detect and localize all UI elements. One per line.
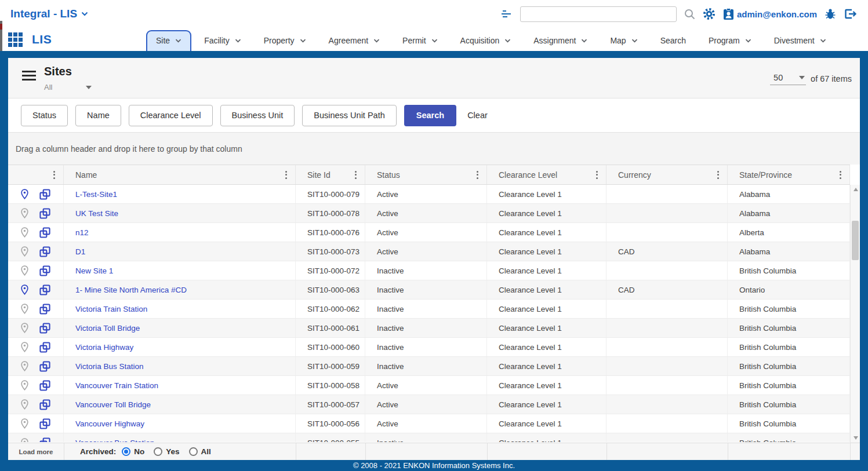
filter-field-button-business-unit[interactable]: Business Unit xyxy=(220,105,295,126)
site-link[interactable]: Victoria Bus Station xyxy=(75,362,144,371)
map-pin-icon[interactable] xyxy=(20,284,30,295)
copy-site-icon[interactable] xyxy=(39,246,50,257)
nav-tab-site[interactable]: Site xyxy=(146,30,191,51)
scrollbar-thumb[interactable] xyxy=(852,221,859,260)
vertical-scrollbar[interactable] xyxy=(850,185,860,443)
archived-radio-yes[interactable]: Yes xyxy=(154,447,179,456)
map-pin-icon[interactable] xyxy=(20,399,30,410)
search-button[interactable]: Search xyxy=(404,105,456,126)
site-link[interactable]: 1- Mine Site North America #CD xyxy=(75,286,187,294)
column-menu-icon[interactable] xyxy=(473,169,482,181)
site-link[interactable]: Vancouver Toll Bridge xyxy=(75,400,151,409)
load-more-button[interactable]: Load more xyxy=(8,448,64,455)
copy-site-icon[interactable] xyxy=(39,380,50,391)
filter-field-button-clearance-level[interactable]: Clearance Level xyxy=(129,105,213,126)
scope-dropdown[interactable]: All xyxy=(44,83,92,92)
radio-icon xyxy=(122,447,130,456)
filter-field-button-status[interactable]: Status xyxy=(21,105,68,126)
copy-site-icon[interactable] xyxy=(39,304,50,315)
clear-button[interactable]: Clear xyxy=(464,111,491,120)
site-link[interactable]: n12 xyxy=(75,228,89,237)
column-menu-icon[interactable] xyxy=(593,169,601,181)
map-pin-icon[interactable] xyxy=(20,207,30,219)
copy-site-icon[interactable] xyxy=(39,284,50,295)
search-icon[interactable] xyxy=(684,9,695,20)
site-link[interactable]: New Site 1 xyxy=(75,266,113,275)
column-header-state-province[interactable]: State/Province xyxy=(728,165,850,184)
copy-site-icon[interactable] xyxy=(39,189,50,200)
site-link[interactable]: Vancouver Train Station xyxy=(75,381,158,390)
archived-radio-all[interactable]: All xyxy=(189,447,211,456)
map-pin-icon[interactable] xyxy=(20,227,30,238)
nav-tab-program[interactable]: Program xyxy=(699,31,761,51)
page-size-dropdown[interactable]: 50 xyxy=(770,72,806,85)
site-link[interactable]: L-Test-Site1 xyxy=(75,190,117,199)
copy-site-icon[interactable] xyxy=(39,437,50,442)
group-by-bar[interactable]: Drag a column header and drop it here to… xyxy=(8,132,860,165)
user-account[interactable]: admin@enkon.com xyxy=(723,8,817,20)
site-link[interactable]: D1 xyxy=(75,247,85,256)
map-pin-icon[interactable] xyxy=(20,265,30,276)
menu-icon[interactable] xyxy=(22,71,36,83)
nav-tab-map[interactable]: Map xyxy=(600,31,647,51)
column-header-name[interactable]: Name xyxy=(64,165,296,184)
nav-tab-agreement[interactable]: Agreement xyxy=(319,31,390,51)
site-link[interactable]: Vancouver Bus Station xyxy=(75,439,154,442)
nav-tab-search[interactable]: Search xyxy=(651,31,696,51)
map-pin-icon[interactable] xyxy=(20,379,30,391)
global-search-input[interactable] xyxy=(520,6,677,22)
app-grid-icon[interactable] xyxy=(8,32,23,47)
map-pin-icon[interactable] xyxy=(20,418,30,429)
site-link[interactable]: Victoria Toll Bridge xyxy=(75,324,140,333)
site-link[interactable]: UK Test Site xyxy=(75,209,118,218)
copy-site-icon[interactable] xyxy=(39,323,50,334)
nav-tab-divestment[interactable]: Divestment xyxy=(764,31,836,51)
copy-site-icon[interactable] xyxy=(39,418,50,429)
copy-site-icon[interactable] xyxy=(39,265,50,276)
currency-cell xyxy=(606,223,728,242)
map-pin-icon[interactable] xyxy=(20,360,30,372)
column-header-label: Status xyxy=(377,170,400,180)
filter-field-button-name[interactable]: Name xyxy=(75,105,121,126)
gear-icon[interactable] xyxy=(703,8,716,20)
column-menu-icon[interactable] xyxy=(50,169,59,181)
column-menu-icon[interactable] xyxy=(351,169,360,181)
logout-icon[interactable] xyxy=(844,8,858,20)
nav-tab-facility[interactable]: Facility xyxy=(194,31,251,51)
copy-site-icon[interactable] xyxy=(39,227,50,238)
site-link[interactable]: Victoria Highway xyxy=(75,343,133,352)
app-switcher[interactable]: Integral - LIS xyxy=(10,8,88,20)
archived-radio-no[interactable]: No xyxy=(122,447,144,456)
column-header-status[interactable]: Status xyxy=(365,165,487,184)
clearance-level-cell: Clearance Level 1 xyxy=(487,280,606,299)
nav-tab-permit[interactable]: Permit xyxy=(393,31,447,51)
table-row: Vancouver Toll BridgeSIT10-000-057Active… xyxy=(8,395,850,414)
map-pin-icon[interactable] xyxy=(20,188,30,200)
copy-site-icon[interactable] xyxy=(39,342,50,353)
status-cell: Inactive xyxy=(365,338,487,356)
map-pin-icon[interactable] xyxy=(20,303,30,315)
map-pin-icon[interactable] xyxy=(20,246,30,257)
map-pin-icon[interactable] xyxy=(20,341,30,353)
map-pin-icon[interactable] xyxy=(20,437,30,443)
column-menu-icon[interactable] xyxy=(714,169,722,181)
filter-icon[interactable] xyxy=(501,9,513,19)
nav-tab-property[interactable]: Property xyxy=(254,31,316,51)
nav-tab-acquisition[interactable]: Acquisition xyxy=(451,31,521,51)
column-menu-icon[interactable] xyxy=(282,169,290,181)
bug-report-icon[interactable] xyxy=(825,8,836,20)
copy-site-icon[interactable] xyxy=(39,361,50,372)
site-link[interactable]: Vancouver Highway xyxy=(75,419,144,428)
scroll-down-arrow[interactable] xyxy=(851,433,860,443)
site-link[interactable]: Victoria Train Station xyxy=(75,305,147,313)
map-pin-icon[interactable] xyxy=(20,322,30,334)
copy-site-icon[interactable] xyxy=(39,399,50,410)
column-header-site-id[interactable]: Site Id xyxy=(296,165,365,184)
copy-site-icon[interactable] xyxy=(39,208,50,219)
nav-tab-assignment[interactable]: Assignment xyxy=(524,31,597,51)
scroll-up-arrow[interactable] xyxy=(851,185,860,194)
column-header-clearance-level[interactable]: Clearance Level xyxy=(487,165,606,184)
column-header-currency[interactable]: Currency xyxy=(606,165,728,184)
column-menu-icon[interactable] xyxy=(836,169,845,181)
filter-field-button-business-unit-path[interactable]: Business Unit Path xyxy=(302,105,397,126)
